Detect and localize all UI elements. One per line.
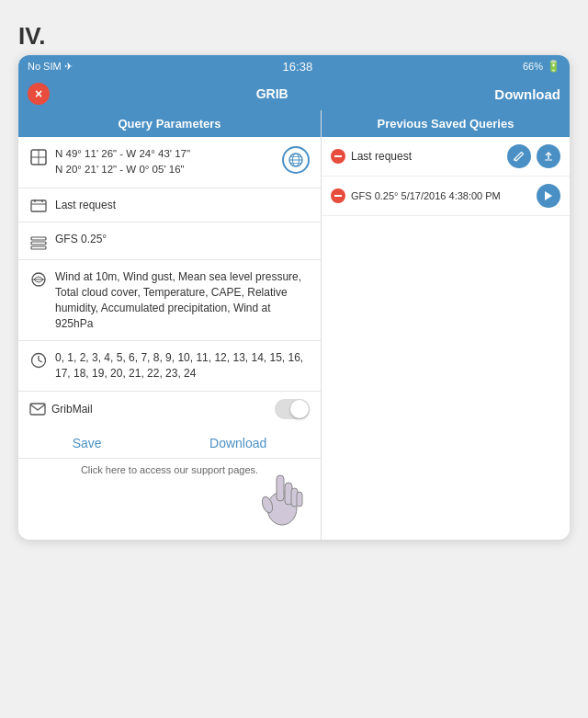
remove-icon-2[interactable]	[331, 188, 345, 203]
hours-text: 0, 1, 2, 3, 4, 5, 6, 7, 8, 9, 10, 11, 12…	[55, 350, 310, 382]
no-sim-label: No SIM ✈	[28, 61, 73, 73]
svg-rect-8	[31, 200, 46, 211]
right-panel: Previous Saved Queries Last request	[322, 110, 570, 216]
time-range-icon	[29, 199, 48, 212]
main-content: Query Parameters N 49° 11' 26" - W 24° 4…	[18, 110, 570, 540]
toggle-knob	[290, 400, 309, 418]
query-label-2: GFS 0.25° 5/17/2016 4:38:00 PM	[351, 190, 531, 201]
time-range-section: Last request	[18, 188, 321, 223]
svg-rect-23	[277, 475, 284, 501]
pencil-icon	[514, 151, 525, 162]
close-button[interactable]: ×	[28, 83, 50, 105]
save-button[interactable]: Save	[73, 436, 102, 450]
status-left: No SIM ✈	[28, 61, 73, 73]
remove-icon-1[interactable]	[331, 149, 345, 164]
model-section: GFS 0.25°	[18, 222, 321, 260]
fields-section: Wind at 10m, Wind gust, Mean sea level p…	[18, 260, 321, 341]
hand-cursor-icon	[256, 466, 311, 530]
cursor-area	[18, 484, 321, 540]
clock-icon	[29, 352, 48, 369]
battery-icon: 🔋	[547, 60, 560, 73]
grib-mail-row: GribMail	[18, 392, 321, 427]
status-bar: No SIM ✈ 16:38 66% 🔋	[18, 55, 570, 77]
left-panel-header: Query Parameters	[18, 110, 321, 137]
edit-button-1[interactable]	[507, 144, 531, 168]
download-button[interactable]: Download	[209, 436, 266, 450]
bottom-actions: Save Download	[18, 427, 321, 459]
fields-icon	[29, 271, 48, 288]
roman-numeral: IV.	[18, 22, 45, 51]
app-window: No SIM ✈ 16:38 66% 🔋 × GRIB Download Que…	[18, 55, 570, 540]
battery-label: 66%	[523, 61, 543, 72]
time-range-text: Last request	[55, 198, 116, 213]
svg-marker-30	[545, 191, 552, 200]
header-download-button[interactable]: Download	[494, 86, 560, 102]
app-title: GRIB	[256, 86, 288, 101]
coordinates-section: N 49° 11' 26" - W 24° 43' 17" N 20° 21' …	[18, 137, 321, 188]
globe-icon	[282, 146, 310, 174]
play-icon	[544, 190, 553, 201]
header-bar: × GRIB Download	[18, 77, 570, 110]
query-label-1: Last request	[351, 150, 502, 163]
coordinates-icon	[29, 148, 48, 166]
mail-icon	[29, 403, 46, 416]
svg-rect-26	[297, 492, 302, 507]
status-time: 16:38	[283, 60, 313, 74]
left-panel: Query Parameters N 49° 11' 26" - W 24° 4…	[18, 110, 322, 540]
svg-rect-20	[30, 404, 45, 415]
model-icon	[29, 234, 48, 250]
hours-section: 0, 1, 2, 3, 4, 5, 6, 7, 8, 9, 10, 11, 12…	[18, 341, 321, 392]
coordinates-text: N 49° 11' 26" - W 24° 43' 17" N 20° 21' …	[55, 146, 190, 178]
svg-line-19	[39, 360, 42, 362]
play-button-2[interactable]	[537, 184, 560, 208]
status-right: 66% 🔋	[523, 60, 560, 73]
upload-button-1[interactable]	[537, 144, 560, 168]
upload-icon	[543, 151, 554, 162]
grib-mail-label: GribMail	[29, 403, 93, 416]
fields-text: Wind at 10m, Wind gust, Mean sea level p…	[55, 269, 310, 331]
svg-rect-13	[31, 242, 46, 245]
model-text: GFS 0.25°	[55, 232, 107, 247]
svg-rect-12	[31, 237, 46, 240]
saved-query-item-2: GFS 0.25° 5/17/2016 4:38:00 PM	[322, 177, 570, 216]
saved-query-item: Last request	[322, 137, 570, 177]
grib-mail-toggle[interactable]	[275, 399, 310, 419]
right-panel-header: Previous Saved Queries	[322, 110, 570, 137]
svg-rect-14	[31, 246, 46, 249]
